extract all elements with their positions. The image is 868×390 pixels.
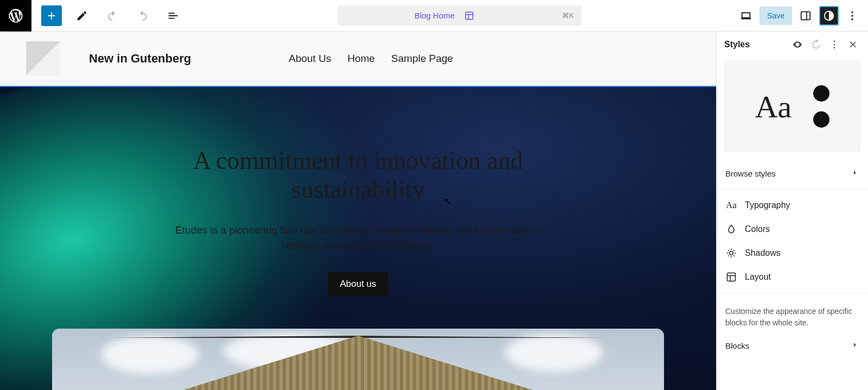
hero-cta-button[interactable]: About us xyxy=(328,272,388,296)
layout-icon xyxy=(725,272,737,282)
site-logo-placeholder[interactable] xyxy=(26,41,61,76)
browse-styles-row[interactable]: Browse styles xyxy=(717,161,868,186)
svg-point-12 xyxy=(730,251,733,255)
view-device-button[interactable] xyxy=(736,5,756,26)
close-icon xyxy=(847,39,858,50)
sun-icon xyxy=(725,248,737,259)
color-swatch-dot xyxy=(813,85,829,102)
colors-item[interactable]: Colors xyxy=(717,217,868,241)
svg-point-7 xyxy=(851,15,853,16)
svg-point-9 xyxy=(834,41,835,42)
chevron-right-icon xyxy=(851,168,859,179)
add-block-button[interactable] xyxy=(41,5,62,26)
site-header[interactable]: New in Gutenberg About Us Home Sample Pa… xyxy=(0,32,716,86)
close-sidebar-button[interactable] xyxy=(845,37,860,52)
shortcut-hint: ⌘K xyxy=(562,11,574,20)
sidebar-icon xyxy=(800,10,812,22)
template-title: Blog Home xyxy=(414,11,455,20)
styles-icon xyxy=(823,10,835,22)
styles-sidebar: Styles Aa Browse styles xyxy=(716,32,868,390)
styles-sidebar-toggle[interactable] xyxy=(819,6,839,26)
svg-rect-13 xyxy=(727,273,736,281)
svg-rect-0 xyxy=(465,12,473,20)
browse-styles-label: Browse styles xyxy=(725,169,776,178)
nav-item-about[interactable]: About Us xyxy=(289,53,331,65)
typography-label: Typography xyxy=(745,200,790,210)
plus-icon xyxy=(46,10,58,22)
laptop-icon xyxy=(740,10,752,22)
eye-icon xyxy=(792,39,803,50)
kebab-icon xyxy=(846,10,858,22)
hero-heading[interactable]: A commitment to innovation and sustainab… xyxy=(168,147,548,204)
site-nav: About Us Home Sample Page xyxy=(289,53,453,65)
style-preview-card[interactable]: Aa xyxy=(724,61,860,152)
wp-logo-button[interactable] xyxy=(0,0,31,32)
redo-icon xyxy=(137,10,149,22)
tools-button[interactable] xyxy=(72,5,92,26)
layout-label: Layout xyxy=(745,272,771,282)
site-title[interactable]: New in Gutenberg xyxy=(89,52,191,66)
redo-button[interactable] xyxy=(132,5,153,26)
svg-point-11 xyxy=(834,47,835,49)
blocks-description: Customize the appearance of specific blo… xyxy=(717,296,868,333)
hero-body[interactable]: Études is a pioneering firm that seamles… xyxy=(168,223,548,254)
colors-label: Colors xyxy=(745,224,770,234)
chevron-right-icon xyxy=(851,341,859,351)
options-button[interactable] xyxy=(842,5,863,26)
stylebook-button[interactable] xyxy=(790,37,805,52)
preview-color-swatches xyxy=(813,85,829,128)
cursor-icon: ↖ xyxy=(444,196,452,207)
settings-sidebar-button[interactable] xyxy=(795,5,816,26)
nav-item-home[interactable]: Home xyxy=(347,53,375,65)
nav-item-sample[interactable]: Sample Page xyxy=(391,53,453,65)
revisions-button[interactable] xyxy=(808,37,824,52)
layout-item[interactable]: Layout xyxy=(717,265,868,289)
editor-canvas[interactable]: New in Gutenberg About Us Home Sample Pa… xyxy=(0,32,716,390)
droplet-icon xyxy=(725,224,737,235)
template-title-pill[interactable]: Blog Home ⌘K xyxy=(337,5,582,26)
hero-image-card[interactable] xyxy=(52,329,664,390)
svg-rect-3 xyxy=(801,11,810,20)
sidebar-title: Styles xyxy=(724,40,787,49)
typography-item[interactable]: Aa Typography xyxy=(717,193,868,217)
preview-typography-sample: Aa xyxy=(755,89,792,125)
pencil-icon xyxy=(76,10,88,22)
history-icon xyxy=(810,39,821,50)
svg-point-6 xyxy=(851,11,853,12)
shadows-item[interactable]: Shadows xyxy=(717,241,868,265)
color-swatch-dot xyxy=(813,111,829,128)
editor-topbar: Blog Home ⌘K Save xyxy=(0,0,868,32)
typography-icon: Aa xyxy=(725,200,737,211)
list-view-icon xyxy=(167,10,179,22)
kebab-icon xyxy=(829,39,840,50)
svg-point-8 xyxy=(851,18,853,20)
blocks-row[interactable]: Blocks xyxy=(717,333,868,358)
hero-cover-block[interactable]: ↖ A commitment to innovation and sustain… xyxy=(0,86,716,390)
undo-icon xyxy=(106,10,118,22)
svg-point-10 xyxy=(834,44,835,46)
save-button[interactable]: Save xyxy=(760,7,792,25)
template-icon xyxy=(464,11,474,21)
wordpress-icon xyxy=(8,8,24,24)
undo-button[interactable] xyxy=(102,5,123,26)
sidebar-more-button[interactable] xyxy=(827,37,842,52)
document-overview-button[interactable] xyxy=(163,5,183,26)
blocks-label: Blocks xyxy=(725,341,749,350)
shadows-label: Shadows xyxy=(745,248,781,258)
